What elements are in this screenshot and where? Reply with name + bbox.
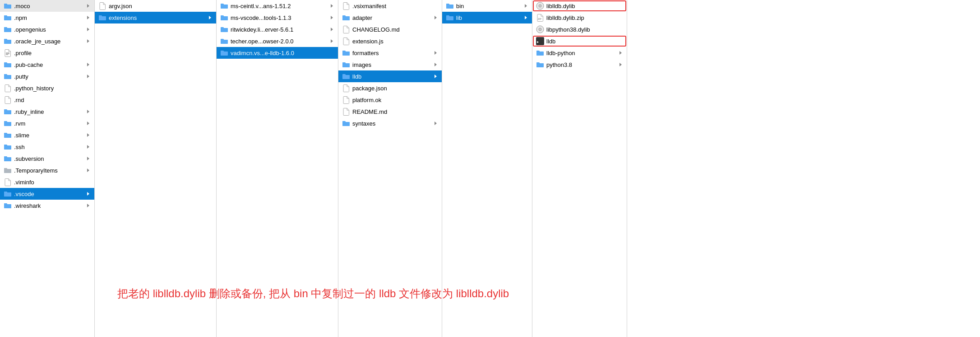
folder-icon bbox=[342, 61, 350, 69]
list-item[interactable]: syntaxes bbox=[338, 117, 442, 129]
list-item[interactable]: .vsixmanifest bbox=[338, 0, 442, 12]
list-item[interactable]: .TemporaryItems bbox=[0, 164, 94, 176]
column-4: .vsixmanifest adapter CHANGELOG.md exten… bbox=[338, 0, 442, 337]
folder-icon bbox=[4, 108, 12, 116]
list-item[interactable]: ▶ lldb bbox=[532, 35, 627, 47]
folder-icon bbox=[220, 37, 228, 45]
list-item[interactable]: .rvm bbox=[0, 117, 94, 129]
dylib-icon bbox=[536, 25, 544, 33]
list-item[interactable]: .profile bbox=[0, 47, 94, 59]
list-item[interactable]: .ruby_inline bbox=[0, 106, 94, 117]
file-name-label: .rnd bbox=[14, 97, 91, 103]
list-item[interactable]: ms-vscode...tools-1.1.3 bbox=[217, 12, 338, 23]
chevron-right-icon bbox=[85, 38, 91, 44]
folder-icon bbox=[4, 14, 12, 22]
chevron-right-icon bbox=[85, 203, 91, 208]
list-item[interactable]: lib bbox=[442, 12, 532, 23]
folder-icon bbox=[446, 2, 454, 10]
list-item[interactable]: liblldb.dylib bbox=[532, 0, 627, 12]
list-item[interactable]: .subversion bbox=[0, 153, 94, 164]
column-6: liblldb.dylib ZIP liblldb.dylib.zip libp… bbox=[532, 0, 627, 337]
chevron-right-icon bbox=[433, 50, 438, 56]
list-item[interactable]: vadimcn.vs...e-lldb-1.6.0 bbox=[217, 47, 338, 59]
folder-icon bbox=[220, 25, 228, 33]
column-2: argv.json extensions bbox=[95, 0, 217, 337]
list-item[interactable]: package.json bbox=[338, 82, 442, 94]
file-name-label: syntaxes bbox=[352, 120, 433, 127]
list-item[interactable]: .vscode bbox=[0, 188, 94, 200]
list-item[interactable]: techer.ope...owser-2.0.0 bbox=[217, 35, 338, 47]
list-item[interactable]: adapter bbox=[338, 12, 442, 23]
list-item[interactable]: .python_history bbox=[0, 82, 94, 94]
chevron-right-icon bbox=[85, 15, 91, 20]
chevron-right-icon bbox=[329, 3, 334, 9]
folder-icon bbox=[220, 2, 228, 10]
list-item[interactable]: .moco bbox=[0, 0, 94, 12]
file-name-label: .TemporaryItems bbox=[14, 167, 85, 174]
file-name-label: package.json bbox=[352, 85, 438, 92]
folder-gray-icon bbox=[4, 166, 12, 174]
folder-icon bbox=[4, 2, 12, 10]
list-item[interactable]: ms-ceintl.v...ans-1.51.2 bbox=[217, 0, 338, 12]
list-item[interactable]: ZIP liblldb.dylib.zip bbox=[532, 12, 627, 23]
file-name-label: ritwickdey.li...erver-5.6.1 bbox=[231, 26, 329, 33]
folder-icon bbox=[536, 49, 544, 57]
chevron-right-icon bbox=[85, 121, 91, 126]
list-item[interactable]: ritwickdey.li...erver-5.6.1 bbox=[217, 23, 338, 35]
list-item[interactable]: .npm bbox=[0, 12, 94, 23]
folder-icon bbox=[220, 14, 228, 22]
list-item[interactable]: README.md bbox=[338, 106, 442, 117]
list-item[interactable]: .wireshark bbox=[0, 200, 94, 211]
chevron-right-icon bbox=[329, 27, 334, 32]
file-icon bbox=[4, 96, 12, 104]
list-item[interactable]: platform.ok bbox=[338, 94, 442, 106]
file-name-label: .profile bbox=[14, 50, 91, 56]
chevron-right-icon bbox=[85, 3, 91, 9]
list-item[interactable]: .rnd bbox=[0, 94, 94, 106]
chevron-right-icon bbox=[433, 15, 438, 20]
file-name-label: .python_history bbox=[14, 85, 91, 92]
folder-icon bbox=[4, 154, 12, 163]
list-item[interactable]: .pub-cache bbox=[0, 59, 94, 70]
list-item[interactable]: argv.json bbox=[95, 0, 216, 12]
list-item[interactable]: CHANGELOG.md bbox=[338, 23, 442, 35]
chevron-right-icon bbox=[523, 3, 528, 9]
columns-area: .moco .npm .opengenius .oracle_jre_usage… bbox=[0, 0, 980, 337]
file-name-label: .ssh bbox=[14, 144, 85, 150]
file-name-label: .slime bbox=[14, 132, 85, 139]
file-icon bbox=[342, 96, 350, 104]
file-name-label: argv.json bbox=[109, 3, 213, 9]
svg-point-7 bbox=[539, 28, 541, 31]
file-name-label: .moco bbox=[14, 3, 85, 9]
chevron-right-icon bbox=[85, 109, 91, 114]
list-item[interactable]: .opengenius bbox=[0, 23, 94, 35]
list-item[interactable]: .ssh bbox=[0, 141, 94, 153]
file-icon bbox=[342, 2, 350, 10]
file-icon bbox=[342, 108, 350, 116]
chevron-right-icon bbox=[85, 156, 91, 161]
list-item[interactable]: python3.8 bbox=[532, 59, 627, 70]
file-name-label: ms-vscode...tools-1.1.3 bbox=[231, 14, 329, 21]
list-item[interactable]: .viminfo bbox=[0, 176, 94, 188]
file-name-label: techer.ope...owser-2.0.0 bbox=[231, 38, 329, 45]
list-item[interactable]: extensions bbox=[95, 12, 216, 23]
chevron-right-icon bbox=[329, 15, 334, 20]
list-item[interactable]: .putty bbox=[0, 70, 94, 82]
svg-point-4 bbox=[539, 5, 541, 7]
list-item[interactable]: lldb-python bbox=[532, 47, 627, 59]
chevron-right-icon bbox=[433, 74, 438, 79]
list-item[interactable]: .oracle_jre_usage bbox=[0, 35, 94, 47]
list-item[interactable]: bin bbox=[442, 0, 532, 12]
list-item[interactable]: formatters bbox=[338, 47, 442, 59]
file-name-label: .oracle_jre_usage bbox=[14, 38, 85, 45]
folder-icon bbox=[342, 49, 350, 57]
folder-icon bbox=[342, 14, 350, 22]
chevron-right-icon bbox=[85, 191, 91, 197]
list-item[interactable]: lldb bbox=[338, 70, 442, 82]
list-item[interactable]: .slime bbox=[0, 129, 94, 141]
list-item[interactable]: extension.js bbox=[338, 35, 442, 47]
file-name-label: .viminfo bbox=[14, 179, 91, 186]
chevron-right-icon bbox=[207, 15, 213, 20]
list-item[interactable]: images bbox=[338, 59, 442, 70]
list-item[interactable]: libpython38.dylib bbox=[532, 23, 627, 35]
